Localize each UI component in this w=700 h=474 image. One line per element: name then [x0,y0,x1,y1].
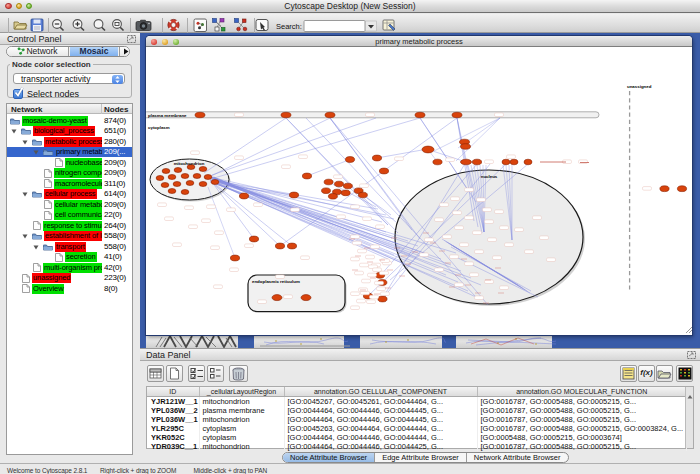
svg-text:endoplasmic reticulum: endoplasmic reticulum [252,279,300,284]
svg-text:Search:: Search: [276,22,302,31]
svg-text:nucleus: nucleus [481,174,498,179]
svg-text:cytoplasm: cytoplasm [148,125,170,130]
svg-text:plasma membrane: plasma membrane [148,113,187,118]
svg-text:unassigned: unassigned [627,84,652,89]
svg-text:mitochondrion: mitochondrion [174,161,205,166]
